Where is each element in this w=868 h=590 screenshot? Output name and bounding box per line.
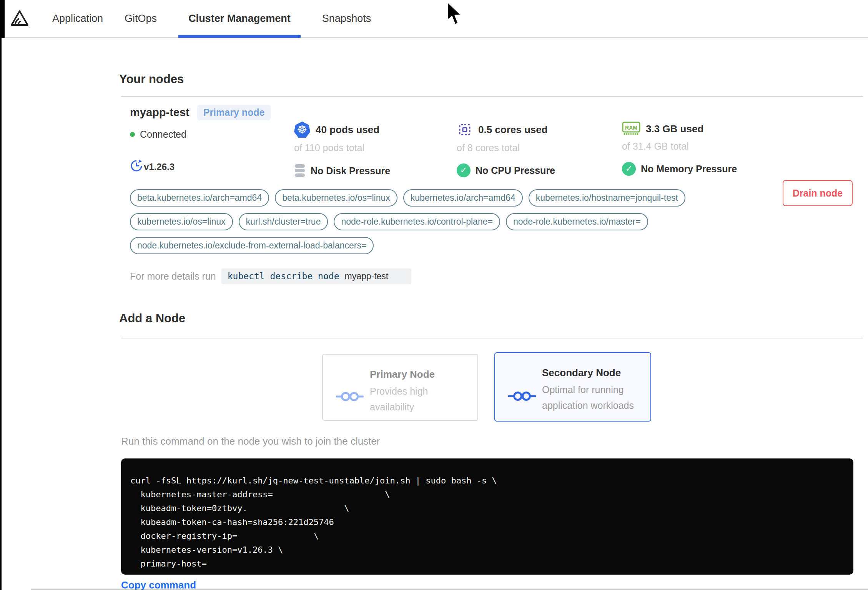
secondary-node-option-card[interactable]: Secondary Node Optimal for running appli… <box>494 352 651 422</box>
svg-text:RAM: RAM <box>625 125 637 131</box>
cores-total-label: of 8 cores total <box>457 142 555 153</box>
connected-status-dot <box>130 132 135 137</box>
cpu-icon <box>457 122 473 138</box>
node-label-chip: node-role.kubernetes.io/control-plane= <box>334 213 500 230</box>
node-chain-icon <box>508 372 536 421</box>
replicated-logo-icon[interactable] <box>10 9 29 28</box>
memory-total-label: of 31.4 GB total <box>622 141 737 152</box>
node-labels: beta.kubernetes.io/arch=amd64 beta.kuber… <box>130 189 737 254</box>
describe-command-text: kubectl describe node <box>228 271 339 281</box>
window-edge <box>0 0 5 38</box>
terminal-line: kubeadm-token-ca-hash=sha256:221d25746 <box>130 515 846 529</box>
disk-icon <box>294 163 306 178</box>
node-identity-column: myapp-test Primary node Connected v1.26.… <box>130 105 271 172</box>
disk-pressure-label: No Disk Pressure <box>311 165 390 177</box>
kubernetes-icon: ☸ <box>294 122 310 138</box>
window-edge <box>0 0 2 590</box>
pods-column: ☸ 40 pods used of 110 pods total No Disk… <box>294 122 390 178</box>
tab-cluster-management[interactable]: Cluster Management <box>178 0 301 37</box>
tab-gitops[interactable]: GitOps <box>125 0 157 37</box>
describe-command-arg: myapp-test <box>345 271 389 282</box>
node-label-chip: node-role.kubernetes.io/master= <box>506 213 648 230</box>
secondary-option-title: Secondary Node <box>542 367 646 379</box>
kubernetes-version-label: v1.26.3 <box>144 162 175 172</box>
tab-snapshots[interactable]: Snapshots <box>322 0 371 37</box>
node-label-chip: kubernetes.io/arch=amd64 <box>403 189 523 207</box>
terminal-line: kubernetes-master-address= \ <box>130 488 846 502</box>
primary-node-option-card[interactable]: Primary Node Provides high availability <box>322 354 478 421</box>
node-chain-icon <box>336 373 364 420</box>
primary-node-badge: Primary node <box>197 105 271 120</box>
ram-icon: RAM <box>622 122 640 136</box>
primary-option-desc: Provides high availability <box>370 383 474 415</box>
secondary-option-desc: Optimal for running application workload… <box>542 382 646 413</box>
node-name: myapp-test <box>130 106 190 119</box>
join-command-hint: Run this command on the node you wish to… <box>121 435 380 447</box>
terminal-line: curl -fsSL https://kurl.sh/jq-new-test-u… <box>130 474 846 488</box>
version-history-icon <box>130 159 143 172</box>
memory-pressure-check-icon: ✓ <box>622 162 636 176</box>
node-label-chip: beta.kubernetes.io/os=linux <box>275 189 397 207</box>
window-edge <box>31 588 868 590</box>
cpu-pressure-label: No CPU Pressure <box>476 165 555 176</box>
section-divider <box>121 338 863 338</box>
cpu-pressure-check-icon: ✓ <box>457 163 471 177</box>
section-divider <box>121 96 863 97</box>
add-node-heading: Add a Node <box>119 312 185 325</box>
primary-option-title: Primary Node <box>370 368 474 380</box>
node-label-chip: kubernetes.io/os=linux <box>130 213 233 230</box>
node-label-chip: kurl.sh/cluster=true <box>239 213 328 230</box>
terminal-line: kubeadm-token=0ztbvy. \ <box>130 502 846 515</box>
connected-status-label: Connected <box>140 129 186 140</box>
pods-used-label: 40 pods used <box>316 124 379 136</box>
tab-application[interactable]: Application <box>52 0 103 37</box>
node-label-chip: beta.kubernetes.io/arch=amd64 <box>130 189 269 207</box>
join-command-terminal: curl -fsSL https://kurl.sh/jq-new-test-u… <box>121 458 853 575</box>
cores-used-label: 0.5 cores used <box>478 124 548 136</box>
drain-node-button[interactable]: Drain node <box>783 180 853 206</box>
terminal-line: docker-registry-ip= \ <box>130 529 846 543</box>
terminal-line: primary-host= <box>130 557 846 571</box>
pods-total-label: of 110 pods total <box>294 142 390 153</box>
your-nodes-heading: Your nodes <box>119 72 184 86</box>
node-details-hint: For more details run kubectl describe no… <box>130 268 411 284</box>
details-prefix-label: For more details run <box>130 271 216 282</box>
node-label-chip: node.kubernetes.io/exclude-from-external… <box>130 237 374 254</box>
memory-pressure-label: No Memory Pressure <box>641 163 737 175</box>
terminal-line: kubernetes-version=v1.26.3 \ <box>130 543 846 557</box>
top-navbar: Application GitOps Cluster Management Sn… <box>0 0 868 38</box>
node-label-chip: kubernetes.io/hostname=jonquil-test <box>529 189 685 207</box>
describe-command-chip: kubectl describe node myapp-test <box>221 268 412 284</box>
cpu-column: 0.5 cores used of 8 cores total ✓ No CPU… <box>457 122 555 177</box>
cluster-management-page: Application GitOps Cluster Management Sn… <box>0 0 868 590</box>
memory-column: RAM 3.3 GB used of 31.4 GB total ✓ No Me… <box>622 122 737 176</box>
memory-used-label: 3.3 GB used <box>646 123 703 135</box>
nav-tabs: Application GitOps Cluster Management Sn… <box>52 0 371 37</box>
